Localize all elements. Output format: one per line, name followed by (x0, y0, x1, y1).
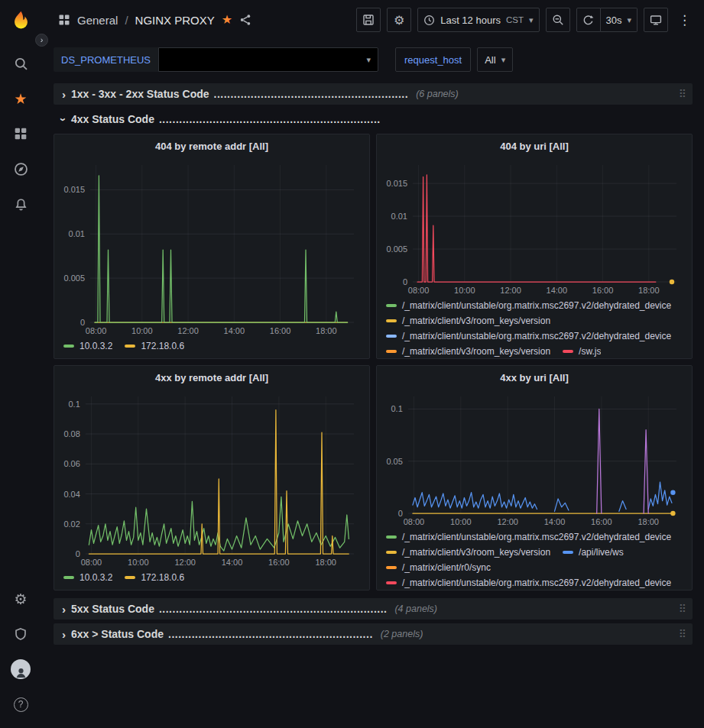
svg-text:0.02: 0.02 (63, 519, 79, 529)
legend-item[interactable]: /api/live/ws (563, 545, 624, 559)
svg-text:0.05: 0.05 (386, 457, 402, 466)
legend-label: 172.18.0.6 (141, 339, 184, 353)
legend-item[interactable]: 10.0.3.2 (63, 571, 112, 584)
dashboard-row-5xx[interactable]: › 5xx Status Code ......................… (54, 598, 693, 620)
svg-text:0: 0 (398, 509, 403, 518)
bell-icon (14, 197, 28, 212)
svg-text:0.1: 0.1 (391, 404, 403, 413)
more-options-kebab-icon[interactable]: ⋮ (674, 12, 695, 28)
favorite-star-icon[interactable]: ★ (222, 14, 232, 26)
breadcrumb-folder[interactable]: General (77, 14, 118, 27)
sidebar-profile-button[interactable] (4, 652, 37, 687)
datasource-picker[interactable]: ▾ (158, 47, 378, 72)
timeseries-chart[interactable]: 08:0010:0012:0014:0016:0018:0000.020.040… (57, 389, 366, 569)
svg-text:0.015: 0.015 (63, 185, 85, 194)
svg-text:12:00: 12:00 (177, 326, 199, 335)
sidebar-explore-button[interactable] (4, 151, 37, 186)
timeseries-chart[interactable]: 08:0010:0012:0014:0016:0018:0000.0050.01… (380, 157, 689, 297)
legend-item[interactable]: /sw.js (563, 345, 601, 358)
legend: /_matrix/client/unstable/org.matrix.msc2… (377, 297, 692, 358)
panel-title[interactable]: 404 by uri [All] (377, 134, 692, 157)
user-avatar (11, 659, 31, 679)
timeseries-chart[interactable]: 08:0010:0012:0014:0016:0018:0000.0050.01… (57, 157, 366, 338)
row-title-dots: ........................................… (159, 113, 381, 125)
left-sidebar: ★ ⚙ ? (0, 40, 41, 728)
svg-text:16:00: 16:00 (270, 326, 291, 335)
svg-text:10:00: 10:00 (131, 326, 153, 335)
row-title-dots: ........................................… (168, 628, 373, 640)
sidebar-help-button[interactable]: ? (4, 687, 37, 722)
sidebar-settings-button[interactable]: ⚙ (4, 581, 37, 616)
legend-item[interactable]: /_matrix/client/r0/sync (386, 561, 491, 574)
legend-swatch (386, 350, 397, 353)
legend-swatch (63, 576, 74, 579)
legend-swatch (125, 576, 135, 579)
legend-label: /_matrix/client/r0/sync (402, 561, 491, 574)
request-host-variable-label[interactable]: request_host (395, 47, 471, 72)
svg-text:0.005: 0.005 (386, 244, 407, 254)
chart-area: 08:0010:0012:0014:0016:0018:0000.0050.01… (377, 157, 692, 297)
panel-grid: 404 by remote addr [All] 08:0010:0012:00… (54, 134, 693, 590)
sidebar-expand-button[interactable]: › (35, 34, 48, 47)
legend-item[interactable]: /_matrix/client/v3/room_keys/version (386, 314, 550, 328)
sidebar-admin-button[interactable] (4, 616, 37, 652)
svg-text:14:00: 14:00 (224, 326, 245, 335)
svg-text:0: 0 (80, 318, 85, 327)
legend-item[interactable]: /_matrix/client/unstable/org.matrix.msc2… (386, 530, 671, 544)
datasource-variable-label[interactable]: DS_PROMETHEUS (54, 47, 158, 72)
refresh-interval-picker[interactable]: 30s ▾ (601, 8, 638, 32)
dashboard-title[interactable]: NGINX PROXY (135, 14, 215, 27)
dashboard-row-4xx[interactable]: › 4xx Status Code ......................… (54, 108, 693, 130)
chevron-down-icon: ▾ (627, 16, 631, 24)
svg-text:16:00: 16:00 (268, 558, 290, 567)
dashboard-content: › 1xx - 3xx - 2xx Status Code ..........… (41, 78, 704, 645)
legend-item[interactable]: /_matrix/client/unstable/org.matrix.msc2… (386, 329, 671, 343)
sidebar-starred-button[interactable]: ★ (4, 81, 37, 116)
zoom-out-time-button[interactable] (546, 8, 570, 32)
dashboard-row-6xx[interactable]: › 6xx > Status Code ....................… (54, 623, 693, 645)
tv-mode-button[interactable] (644, 8, 668, 32)
legend-swatch (63, 345, 74, 348)
legend-item[interactable]: 172.18.0.6 (125, 571, 184, 584)
sidebar-search-button[interactable] (4, 46, 37, 81)
search-icon (14, 57, 28, 71)
legend-item[interactable]: /_matrix/client/v3/room_keys/version (386, 345, 550, 358)
svg-text:14:00: 14:00 (547, 286, 568, 295)
chart-area: 08:0010:0012:0014:0016:0018:0000.0050.01… (54, 157, 369, 338)
panel-title[interactable]: 4xx by uri [All] (377, 366, 692, 389)
drag-handle-icon[interactable]: ⠿ (679, 88, 686, 100)
svg-text:08:00: 08:00 (86, 326, 107, 335)
svg-text:0.06: 0.06 (63, 459, 79, 468)
svg-text:0.1: 0.1 (69, 400, 80, 409)
sidebar-alerting-button[interactable] (4, 186, 37, 222)
svg-text:0.005: 0.005 (63, 273, 85, 283)
grafana-logo[interactable] (0, 10, 41, 31)
svg-text:16:00: 16:00 (592, 286, 614, 295)
dashboard-row-1xx-3xx-2xx[interactable]: › 1xx - 3xx - 2xx Status Code ..........… (54, 83, 693, 105)
legend-label: /_matrix/client/v3/room_keys/version (402, 545, 550, 559)
legend-item[interactable]: 10.0.3.2 (63, 339, 112, 353)
person-icon (15, 666, 28, 679)
timeseries-chart[interactable]: 08:0010:0012:0014:0016:0018:0000.050.1 (380, 389, 689, 529)
panel-4xx-by-remote-addr: 4xx by remote addr [All] 08:0010:0012:00… (54, 365, 370, 590)
panel-title[interactable]: 404 by remote addr [All] (54, 134, 369, 157)
drag-handle-icon[interactable]: ⠿ (679, 628, 686, 640)
save-dashboard-button[interactable] (356, 8, 381, 32)
share-icon[interactable] (239, 14, 251, 26)
time-range-picker[interactable]: Last 12 hours CST ▾ (417, 8, 539, 32)
request-host-picker[interactable]: All ▾ (477, 47, 513, 72)
legend-item[interactable]: 172.18.0.6 (125, 339, 184, 353)
dashboard-settings-button[interactable]: ⚙ (387, 8, 411, 32)
refresh-button[interactable] (576, 8, 601, 32)
legend-item[interactable]: /_matrix/client/unstable/org.matrix.msc2… (386, 299, 671, 312)
legend-item[interactable]: /_matrix/client/v3/room_keys/version (386, 545, 550, 559)
sidebar-dashboards-button[interactable] (4, 116, 37, 151)
row-title: 6xx > Status Code (71, 628, 164, 640)
dashboards-grid-icon (14, 127, 28, 141)
legend-item[interactable]: /_matrix/client/unstable/org.matrix.msc2… (386, 576, 671, 590)
shield-icon (14, 627, 28, 641)
legend-label: /_matrix/client/v3/room_keys/version (402, 345, 550, 358)
svg-text:0.015: 0.015 (386, 179, 407, 188)
drag-handle-icon[interactable]: ⠿ (679, 603, 686, 615)
panel-title[interactable]: 4xx by remote addr [All] (54, 366, 369, 389)
